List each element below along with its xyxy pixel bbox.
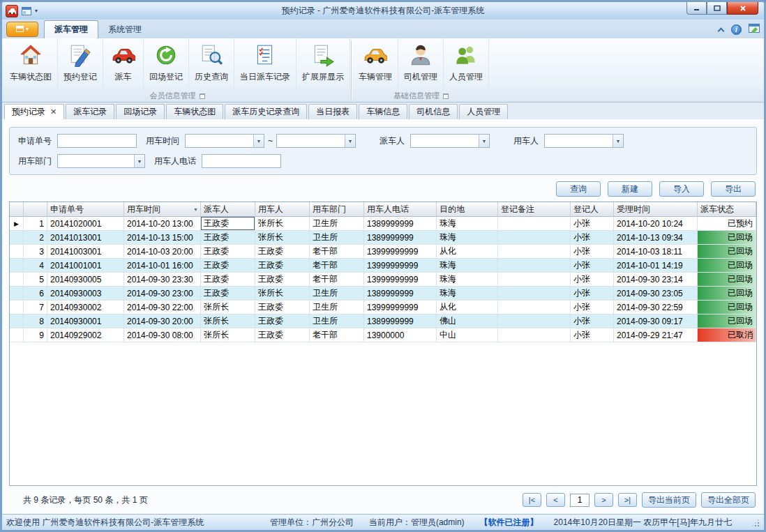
export-current-page-button[interactable]: 导出当前页 (642, 492, 696, 508)
grid-cell[interactable]: 2014-10-01 14:19 (614, 259, 698, 273)
grid-cell[interactable]: 小张 (571, 314, 614, 328)
grid-cell[interactable]: 王政委 (201, 217, 255, 231)
dispatcher-select[interactable]: ▼ (410, 134, 490, 148)
tab-reservation-records[interactable]: 预约记录 ✕ (4, 104, 64, 119)
grid-cell[interactable]: 20140930005 (47, 273, 124, 287)
grid-cell[interactable]: 从化 (437, 301, 498, 314)
grid-cell[interactable]: 20140930002 (47, 301, 124, 314)
table-row[interactable]: 3201410030012014-10-03 20:00王政委王政委老干部139… (10, 245, 756, 259)
grid-cell[interactable]: 王政委 (255, 314, 310, 328)
grid-cell[interactable]: 小张 (571, 328, 614, 342)
chevron-down-icon[interactable]: ▼ (479, 135, 489, 147)
row-selector[interactable] (10, 245, 24, 259)
grid-cell[interactable] (498, 301, 571, 314)
grid-cell[interactable]: 小张 (571, 245, 614, 259)
filter-dropdown-icon[interactable]: ▼ (193, 207, 198, 212)
personnel-manage-button[interactable]: 人员管理 (444, 38, 489, 90)
grid-cell[interactable]: 2014-09-30 23:14 (614, 273, 698, 287)
tab-dispatch-records[interactable]: 派车记录 (66, 104, 114, 119)
tab-return-records[interactable]: 回场记录 (116, 104, 165, 119)
records-grid-container[interactable]: 申请单号用车时间▼派车人用车人用车部门用车人电话目的地登记备注登记人受理时间派车… (9, 202, 757, 486)
grid-cell[interactable]: 卫生所 (310, 287, 364, 301)
request-no-input[interactable] (57, 134, 137, 148)
table-row[interactable]: 9201409290022014-09-30 08:00张所长王政委老干部139… (10, 328, 756, 342)
grid-cell[interactable]: 20140930001 (47, 314, 124, 328)
grid-cell[interactable]: 珠海 (437, 231, 498, 245)
grid-cell[interactable] (498, 259, 571, 273)
grid-cell[interactable]: 13999999999 (364, 259, 437, 273)
table-row[interactable]: 7201409300022014-09-30 22:00张所长王政委卫生所139… (10, 301, 756, 314)
grid-cell[interactable]: 2014-10-20 10:24 (614, 217, 698, 231)
chevron-down-icon[interactable]: ▼ (253, 135, 264, 147)
query-button[interactable]: 查询 (556, 181, 601, 197)
resize-grip[interactable] (750, 517, 760, 527)
titlebar[interactable]: ▾ 预约记录 - 广州爱奇迪软件科技有限公司-派车管理系统 (2, 2, 764, 20)
grid-cell[interactable]: 20141020001 (47, 217, 124, 231)
car-user-select[interactable]: ▼ (544, 134, 624, 148)
close-button[interactable] (727, 2, 758, 15)
grid-cell[interactable]: 卫生所 (310, 231, 364, 245)
table-row[interactable]: 5201409300052014-09-30 23:30王政委王政委老干部139… (10, 273, 756, 287)
grid-cell[interactable] (498, 328, 571, 342)
grid-cell[interactable]: 2014-09-30 09:17 (614, 314, 698, 328)
row-selector[interactable] (10, 287, 24, 301)
layout-icon[interactable] (21, 6, 32, 17)
dispatch-status-cell[interactable]: 已回场 (698, 259, 756, 273)
column-header[interactable]: 受理时间 (614, 202, 698, 217)
theme-icon[interactable] (749, 24, 760, 35)
grid-cell[interactable]: 1389999999 (364, 217, 437, 231)
grid-cell[interactable] (498, 287, 571, 301)
ribbon-tab-dispatch-management[interactable]: 派车管理 (44, 20, 98, 38)
last-page-button[interactable]: >| (618, 493, 637, 507)
grid-cell[interactable]: 20141001001 (47, 259, 124, 273)
dispatch-status-cell[interactable]: 已回场 (698, 245, 756, 259)
grid-cell[interactable]: 张所长 (201, 328, 255, 342)
import-button[interactable]: 导入 (659, 181, 704, 197)
grid-cell[interactable]: 张所长 (201, 301, 255, 314)
grid-cell[interactable]: 2014-10-20 13:00 (124, 217, 201, 231)
table-row[interactable]: ▶1201410200012014-10-20 13:00王政委张所长卫生所13… (10, 217, 756, 231)
grid-cell[interactable]: 2014-10-03 18:11 (614, 245, 698, 259)
grid-cell[interactable]: 老干部 (310, 259, 364, 273)
row-selector[interactable] (10, 328, 24, 342)
today-dispatch-records-button[interactable]: 当日派车记录 (234, 38, 296, 90)
grid-cell[interactable]: 珠海 (437, 217, 498, 231)
grid-cell[interactable]: 小张 (571, 301, 614, 314)
grid-cell[interactable]: 1389999999 (364, 287, 437, 301)
maximize-button[interactable] (707, 2, 727, 15)
dispatch-status-cell[interactable]: 已回场 (698, 231, 756, 245)
chevron-down-icon[interactable]: ▼ (345, 135, 355, 147)
tab-daily-report[interactable]: 当日报表 (308, 104, 357, 119)
grid-cell[interactable]: 王政委 (201, 259, 255, 273)
use-time-from-select[interactable]: ▼ (185, 134, 264, 148)
prev-page-button[interactable]: < (546, 493, 565, 507)
grid-cell[interactable]: 13900000 (364, 328, 437, 342)
grid-cell[interactable]: 1389999999 (364, 231, 437, 245)
license-status-link[interactable]: 【软件已注册】 (480, 517, 539, 529)
grid-cell[interactable]: 王政委 (255, 245, 310, 259)
application-menu-button[interactable]: ▾ (6, 22, 38, 37)
grid-cell[interactable]: 珠海 (437, 287, 498, 301)
chevron-down-icon[interactable]: ▼ (134, 155, 144, 167)
dispatch-status-cell[interactable]: 已回场 (698, 301, 756, 314)
quick-access-dropdown-icon[interactable]: ▾ (35, 8, 38, 14)
grid-cell[interactable]: 老干部 (310, 273, 364, 287)
grid-cell[interactable]: 老干部 (310, 328, 364, 342)
close-tab-icon[interactable]: ✕ (50, 108, 57, 116)
grid-cell[interactable]: 张所长 (255, 287, 310, 301)
dispatch-status-cell[interactable]: 已回场 (698, 314, 756, 328)
dispatch-status-cell[interactable]: 已回场 (698, 273, 756, 287)
grid-cell[interactable]: 2014-10-13 15:00 (124, 231, 201, 245)
grid-cell[interactable]: 小张 (571, 231, 614, 245)
page-number-input[interactable] (570, 494, 589, 507)
first-page-button[interactable]: |< (523, 493, 541, 507)
grid-cell[interactable]: 王政委 (201, 245, 255, 259)
grid-cell[interactable]: 中山 (437, 328, 498, 342)
chevron-down-icon[interactable]: ▼ (613, 135, 623, 147)
grid-cell[interactable]: 佛山 (437, 314, 498, 328)
grid-cell[interactable]: 2014-09-30 23:30 (124, 273, 201, 287)
grid-cell[interactable]: 王政委 (255, 259, 310, 273)
dispatch-status-cell[interactable]: 已回场 (698, 287, 756, 301)
column-header[interactable]: 登记备注 (498, 202, 571, 217)
phone-input[interactable] (202, 154, 281, 168)
